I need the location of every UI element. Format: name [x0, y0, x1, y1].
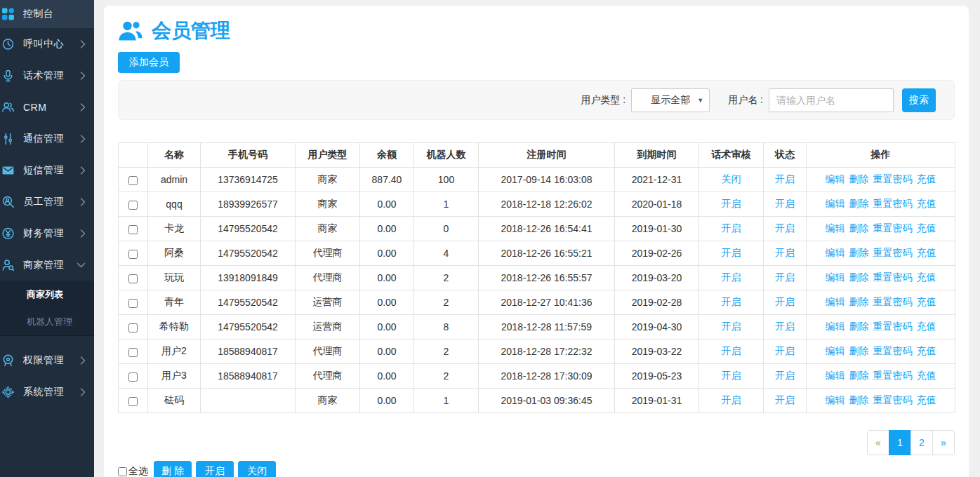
row-checkbox[interactable] — [128, 397, 138, 406]
sidebar-item-7[interactable]: 员工管理 — [0, 186, 94, 217]
reset-password-link[interactable]: 重置密码 — [873, 296, 913, 307]
sidebar-item-label: 通信管理 — [23, 133, 64, 145]
sidebar-item-11[interactable]: 系统管理 — [0, 376, 94, 408]
status-toggle-link[interactable]: 开启 — [775, 271, 795, 283]
status-toggle-link[interactable]: 开启 — [775, 173, 795, 184]
recharge-link[interactable]: 充值 — [917, 222, 936, 234]
status-toggle-link[interactable]: 开启 — [775, 321, 795, 332]
pagination-prev[interactable]: « — [867, 430, 889, 455]
status-toggle-link[interactable]: 开启 — [775, 296, 795, 307]
reset-password-link[interactable]: 重置密码 — [873, 222, 913, 234]
recharge-link[interactable]: 充值 — [917, 173, 936, 184]
status-toggle-link[interactable]: 开启 — [775, 222, 795, 234]
status-toggle-link[interactable]: 开启 — [775, 394, 795, 405]
sidebar-item-4[interactable]: CRM — [0, 91, 94, 123]
recharge-link[interactable]: 充值 — [917, 345, 936, 356]
status-toggle-link[interactable]: 开启 — [775, 198, 795, 209]
pagination-page-1[interactable]: 1 — [889, 430, 911, 455]
status-cell: 开启 — [764, 315, 807, 340]
edit-link[interactable]: 编辑 — [826, 198, 845, 209]
sidebar-item-9[interactable]: 商家管理 — [0, 249, 94, 281]
pagination-next[interactable]: » — [932, 430, 955, 455]
script-review-toggle-link[interactable]: 关闭 — [722, 173, 741, 184]
sidebar-item-8[interactable]: 财务管理 — [0, 217, 94, 249]
row-checkbox[interactable] — [128, 299, 138, 308]
script-review-toggle-link[interactable]: 开启 — [722, 394, 741, 405]
edit-link[interactable]: 编辑 — [826, 394, 845, 405]
sidebar-item-6[interactable]: 短信管理 — [0, 154, 94, 186]
edit-link[interactable]: 编辑 — [826, 247, 845, 258]
row-checkbox[interactable] — [128, 372, 138, 382]
user-type-select[interactable]: 显示全部 ▼ — [631, 88, 710, 112]
row-checkbox[interactable] — [128, 176, 138, 185]
sidebar-item-2[interactable]: 呼叫中心 — [0, 28, 94, 60]
sidebar-item-1[interactable]: 控制台 — [0, 0, 94, 28]
edit-link[interactable]: 编辑 — [826, 321, 845, 332]
row-checkbox[interactable] — [128, 201, 138, 210]
row-checkbox[interactable] — [128, 348, 138, 357]
status-toggle-link[interactable]: 开启 — [775, 247, 795, 258]
delete-link[interactable]: 删除 — [849, 173, 869, 184]
pagination-page-2[interactable]: 2 — [911, 430, 933, 455]
username-input[interactable] — [769, 88, 894, 112]
recharge-link[interactable]: 充值 — [917, 198, 936, 209]
edit-link[interactable]: 编辑 — [826, 271, 845, 283]
edit-link[interactable]: 编辑 — [826, 370, 845, 381]
script-review-toggle-link[interactable]: 开启 — [722, 247, 741, 258]
reset-password-link[interactable]: 重置密码 — [873, 345, 913, 356]
recharge-link[interactable]: 充值 — [917, 370, 936, 381]
reset-password-link[interactable]: 重置密码 — [873, 198, 913, 209]
edit-link[interactable]: 编辑 — [826, 296, 845, 307]
delete-link[interactable]: 删除 — [849, 345, 869, 356]
delete-link[interactable]: 删除 — [849, 394, 869, 405]
sidebar-subitem-1[interactable]: 商家列表 — [0, 281, 94, 308]
script-review-toggle-link[interactable]: 开启 — [722, 222, 741, 234]
recharge-link[interactable]: 充值 — [917, 394, 936, 405]
edit-link[interactable]: 编辑 — [826, 173, 845, 184]
sidebar-item-10[interactable]: 权限管理 — [0, 344, 94, 376]
recharge-link[interactable]: 充值 — [917, 271, 936, 283]
row-checkbox[interactable] — [128, 250, 138, 259]
sidebar-subitem-2[interactable]: 机器人管理 — [0, 308, 94, 335]
edit-link[interactable]: 编辑 — [826, 222, 845, 234]
delete-link[interactable]: 删除 — [849, 271, 869, 283]
delete-link[interactable]: 删除 — [849, 296, 869, 307]
delete-link[interactable]: 删除 — [849, 321, 869, 332]
delete-link[interactable]: 删除 — [849, 222, 869, 234]
row-checkbox[interactable] — [128, 225, 138, 234]
row-checkbox[interactable] — [128, 323, 138, 332]
status-toggle-link[interactable]: 开启 — [775, 370, 795, 381]
recharge-link[interactable]: 充值 — [917, 247, 936, 258]
bulk-disable-button[interactable]: 关闭 — [238, 461, 276, 477]
search-button[interactable]: 搜索 — [902, 88, 936, 112]
delete-link[interactable]: 删除 — [849, 198, 869, 209]
script-review-toggle-link[interactable]: 开启 — [722, 198, 741, 209]
reset-password-link[interactable]: 重置密码 — [873, 370, 913, 381]
select-all-checkbox[interactable] — [118, 467, 127, 476]
reset-password-link[interactable]: 重置密码 — [873, 271, 913, 283]
expire-time-cell: 2021-12-31 — [615, 168, 699, 192]
script-review-toggle-link[interactable]: 开启 — [722, 321, 741, 332]
reset-password-link[interactable]: 重置密码 — [873, 173, 913, 184]
script-review-toggle-link[interactable]: 开启 — [722, 271, 741, 283]
sidebar-item-3[interactable]: 话术管理 — [0, 60, 94, 91]
reset-password-link[interactable]: 重置密码 — [873, 394, 913, 405]
reset-password-link[interactable]: 重置密码 — [873, 321, 913, 332]
row-checkbox[interactable] — [128, 274, 138, 283]
edit-link[interactable]: 编辑 — [826, 345, 845, 356]
add-member-button[interactable]: 添加会员 — [118, 52, 180, 73]
members-icon — [118, 20, 143, 42]
delete-link[interactable]: 删除 — [849, 370, 869, 381]
sidebar-item-5[interactable]: 通信管理 — [0, 123, 94, 154]
recharge-link[interactable]: 充值 — [917, 321, 936, 332]
status-toggle-link[interactable]: 开启 — [775, 345, 795, 356]
delete-link[interactable]: 删除 — [849, 247, 869, 258]
script-review-toggle-link[interactable]: 开启 — [722, 345, 741, 356]
bulk-delete-button[interactable]: 删 除 — [154, 461, 192, 477]
script-review-toggle-link[interactable]: 开启 — [722, 370, 741, 381]
bulk-enable-button[interactable]: 开启 — [196, 461, 234, 477]
phone-cell: 18588940817 — [201, 340, 296, 364]
reset-password-link[interactable]: 重置密码 — [873, 247, 913, 258]
recharge-link[interactable]: 充值 — [917, 296, 936, 307]
script-review-toggle-link[interactable]: 开启 — [722, 296, 741, 307]
